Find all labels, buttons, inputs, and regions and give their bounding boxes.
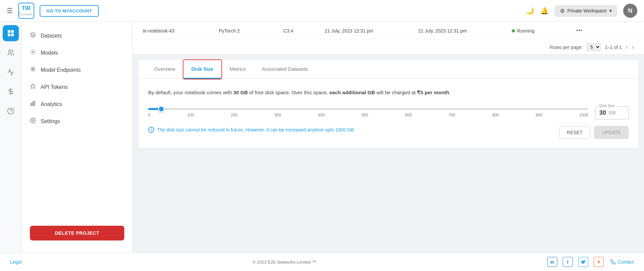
go-to-myaccount-button[interactable]: GO TO MYACCOUNT [40,5,99,17]
row-actions-icon[interactable]: ••• [576,27,634,34]
update-button[interactable]: UPDATE [594,126,629,139]
facebook-icon[interactable]: f [563,257,573,267]
bell-icon[interactable]: 🔔 [540,7,549,15]
linkedin-icon[interactable]: in [547,257,557,267]
desc-bold2: each additional GB [329,90,375,95]
framework: PyTorch 2 [219,28,276,34]
tab-metrics[interactable]: Metrics [221,60,254,79]
menu-icon[interactable]: ☰ [7,7,13,15]
slider-section: 0 100 200 300 400 500 600 700 800 900 10… [148,106,629,119]
header: ☰ TIR AI PLATFORM GO TO MYACCOUNT 🌙 🔔 ⚙ … [0,0,644,22]
info-row: i The disk size cannot be reduced in fut… [148,126,629,139]
moon-icon[interactable]: 🌙 [526,7,534,15]
status-text: Running [517,28,534,34]
desc-part2: of free disk space. Over this space, [248,90,330,95]
desc-bold3: ₹5 per month [417,90,449,95]
sidebar-nav: Datasets Models Model Endpoints API Toke… [22,22,133,253]
delete-project-button[interactable]: DELETE PROJECT [30,226,124,240]
copyright: © 2023 E2E Networks Limited ™ [22,260,547,265]
main-content: tir-notebook-43 PyTorch 2 C3.4 21 July, … [133,22,644,253]
next-page-button[interactable]: › [632,44,634,51]
svg-point-18 [597,263,597,264]
contact-link[interactable]: Contact [610,259,634,265]
models-icon [30,49,36,57]
table-section: tir-notebook-43 PyTorch 2 C3.4 21 July, … [133,22,644,55]
sidebar-item-settings[interactable]: Settings [22,113,132,130]
svg-point-9 [32,51,34,53]
logo: TIR AI PLATFORM [18,3,34,19]
sidebar-label-models: Models [41,50,58,56]
prev-page-button[interactable]: ‹ [626,44,628,51]
twitter-icon[interactable] [578,257,588,267]
slider-label-200: 200 [231,113,238,117]
notebook-name: tir-notebook-43 [143,28,212,34]
settings-icon [30,117,36,125]
svg-point-17 [32,120,34,121]
workspace-dropdown-icon: ▾ [609,8,612,13]
contact-label: Contact [618,259,634,265]
info-text: i The disk size cannot be reduced in fut… [148,126,354,133]
tab-overview[interactable]: Overview [146,60,183,79]
svg-rect-14 [31,103,32,106]
sidebar-item-api-tokens[interactable]: API Tokens [22,78,132,96]
legal-link[interactable]: Legal [10,259,22,265]
status-dot-icon [512,29,515,33]
desc-part1: By default, your notebook comes with [148,90,233,95]
slider-track[interactable] [148,108,588,110]
model-endpoints-icon [30,66,36,74]
svg-marker-8 [31,33,36,35]
api-tokens-icon [30,83,36,91]
reset-button[interactable]: RESET [559,126,591,139]
sidebar-icon-layout[interactable] [3,25,19,41]
sidebar-icons [0,22,22,253]
slider-wrapper: 0 100 200 300 400 500 600 700 800 900 10… [148,108,588,117]
avatar[interactable]: N [623,4,637,18]
sidebar-icon-billing[interactable] [3,84,19,100]
slider-label-1000: 1000 [579,113,588,117]
slider-label-600: 600 [405,113,412,117]
sidebar-icon-help[interactable] [3,103,19,119]
sidebar-icon-users[interactable] [3,45,19,61]
sidebar-label-model-endpoints: Model Endpoints [41,67,81,73]
tab-associated-datasets[interactable]: Associated Datasets [254,60,316,79]
svg-rect-3 [11,34,14,36]
page-info: 1–1 of 1 [605,45,622,50]
desc-part3: will be charged at [375,90,417,95]
svg-marker-13 [31,84,36,89]
sidebar-icon-analytics[interactable] [3,64,19,80]
sidebar-label-analytics: Analytics [41,101,62,107]
action-buttons: RESET UPDATE [559,126,629,139]
info-message: The disk size cannot be reduced in futur… [157,126,354,133]
disk-description: By default, your notebook comes with 30 … [148,88,629,97]
slider-label-500: 500 [361,113,368,117]
info-icon: i [148,127,154,133]
rows-per-page-select[interactable]: 5 [587,43,601,51]
slider-label-700: 700 [448,113,455,117]
sidebar-label-datasets: Datasets [41,33,62,39]
footer: Legal © 2023 E2E Networks Limited ™ in f… [0,253,644,271]
tab-disk-size-content: By default, your notebook comes with 30 … [138,79,639,148]
svg-point-4 [9,50,11,52]
slider-label-300: 300 [274,113,281,117]
header-left: ☰ TIR AI PLATFORM GO TO MYACCOUNT [7,3,99,19]
svg-rect-1 [11,30,14,33]
datasets-icon [30,32,36,40]
slider-thumb[interactable] [158,106,165,112]
tab-disk-size[interactable]: Disk Size [183,60,222,79]
slider-label-900: 900 [536,113,543,117]
workspace-button[interactable]: ⚙ Private Workspace ▾ [555,5,617,17]
desc-part4: . [449,90,450,95]
svg-rect-0 [8,30,10,33]
pagination-row: Rows per page: 5 1–1 of 1 ‹ › [133,40,644,54]
sidebar-item-analytics[interactable]: Analytics [22,96,132,113]
sidebar-item-datasets[interactable]: Datasets [22,27,132,44]
rows-per-page-label: Rows per page: [550,45,583,50]
sidebar-item-models[interactable]: Models [22,44,132,61]
social-links: in f [547,257,604,267]
svg-rect-15 [32,102,33,106]
disk-size-value[interactable]: 30 [599,109,606,116]
slider-labels: 0 100 200 300 400 500 600 700 800 900 10… [148,113,588,117]
created-date: 21 July, 2023 12:31 pm [325,28,412,34]
rss-icon[interactable] [594,257,604,267]
sidebar-item-model-endpoints[interactable]: Model Endpoints [22,61,132,78]
